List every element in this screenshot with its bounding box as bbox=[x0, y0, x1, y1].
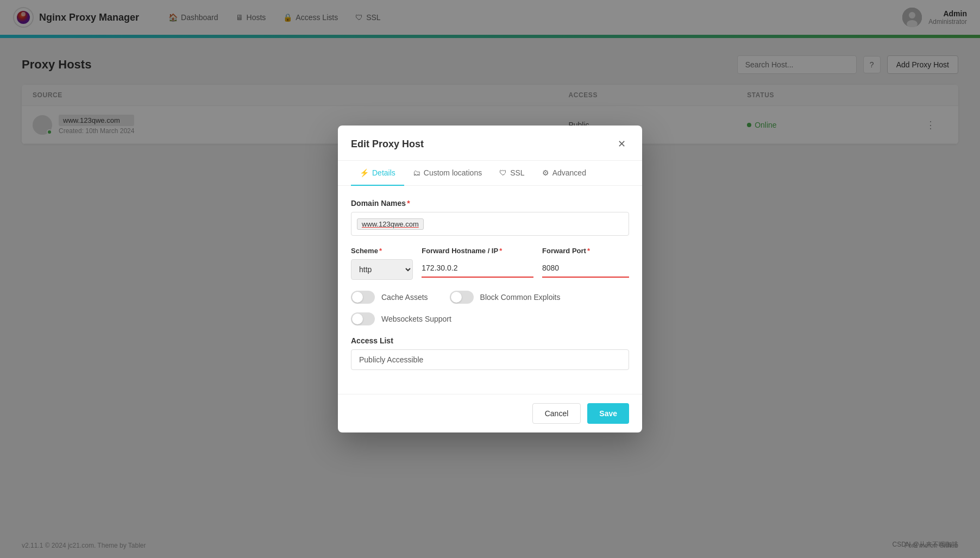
cache-assets-toggle-item: Cache Assets bbox=[351, 291, 428, 304]
cancel-button[interactable]: Cancel bbox=[532, 403, 581, 424]
layers-icon: 🗂 bbox=[413, 168, 420, 177]
close-button[interactable]: ✕ bbox=[614, 136, 629, 152]
scheme-group: Scheme* http bbox=[351, 247, 413, 280]
tab-custom-locations[interactable]: 🗂 Custom locations bbox=[404, 161, 491, 186]
modal-title: Edit Proxy Host bbox=[351, 139, 424, 150]
websockets-toggle[interactable] bbox=[351, 312, 375, 325]
access-list-select[interactable]: Publicly Accessible bbox=[351, 349, 629, 370]
modal-tabs: ⚡ Details 🗂 Custom locations 🛡 SSL ⚙ Adv… bbox=[338, 161, 642, 186]
forward-port-group: Forward Port* bbox=[542, 247, 629, 280]
block-exploits-toggle[interactable] bbox=[450, 291, 474, 304]
access-list-label: Access List bbox=[351, 336, 629, 345]
cache-assets-label: Cache Assets bbox=[381, 293, 428, 302]
forward-port-input[interactable] bbox=[542, 259, 629, 278]
websockets-label: Websockets Support bbox=[381, 315, 451, 323]
toggles-section: Cache Assets Block Common Exploits Webso… bbox=[351, 291, 629, 325]
modal-body: Domain Names* www.123qwe.com Scheme* htt… bbox=[338, 186, 642, 394]
access-list-group: Access List Publicly Accessible bbox=[351, 336, 629, 370]
toggle-row-1: Cache Assets Block Common Exploits bbox=[351, 291, 629, 304]
lightning-icon: ⚡ bbox=[360, 168, 369, 177]
domain-tag-input[interactable]: www.123qwe.com bbox=[351, 212, 629, 236]
edit-proxy-host-modal: Edit Proxy Host ✕ ⚡ Details 🗂 Custom loc… bbox=[338, 126, 642, 432]
modal-overlay[interactable]: Edit Proxy Host ✕ ⚡ Details 🗂 Custom loc… bbox=[0, 0, 980, 558]
block-exploits-label: Block Common Exploits bbox=[480, 293, 561, 302]
domain-tag: www.123qwe.com bbox=[357, 218, 424, 230]
modal-header: Edit Proxy Host ✕ bbox=[338, 126, 642, 161]
cache-assets-toggle[interactable] bbox=[351, 291, 375, 304]
forward-hostname-label: Forward Hostname / IP* bbox=[422, 247, 533, 255]
websockets-toggle-item: Websockets Support bbox=[351, 312, 629, 325]
tab-advanced[interactable]: ⚙ Advanced bbox=[533, 161, 595, 186]
scheme-forward-row: Scheme* http Forward Hostname / IP* Forw… bbox=[351, 247, 629, 280]
forward-hostname-group: Forward Hostname / IP* bbox=[422, 247, 533, 280]
tab-shield-icon: 🛡 bbox=[499, 168, 507, 177]
forward-port-label: Forward Port* bbox=[542, 247, 629, 255]
domain-names-group: Domain Names* www.123qwe.com bbox=[351, 199, 629, 236]
scheme-select[interactable]: http bbox=[351, 259, 413, 280]
save-button[interactable]: Save bbox=[587, 403, 629, 424]
domain-names-label: Domain Names* bbox=[351, 199, 629, 208]
forward-hostname-input[interactable] bbox=[422, 259, 533, 278]
gear-icon: ⚙ bbox=[542, 168, 549, 177]
tab-ssl[interactable]: 🛡 SSL bbox=[491, 161, 533, 186]
modal-footer: Cancel Save bbox=[338, 394, 642, 432]
scheme-label: Scheme* bbox=[351, 247, 413, 255]
block-exploits-toggle-item: Block Common Exploits bbox=[450, 291, 561, 304]
tab-details[interactable]: ⚡ Details bbox=[351, 161, 404, 186]
required-indicator: * bbox=[407, 199, 410, 208]
